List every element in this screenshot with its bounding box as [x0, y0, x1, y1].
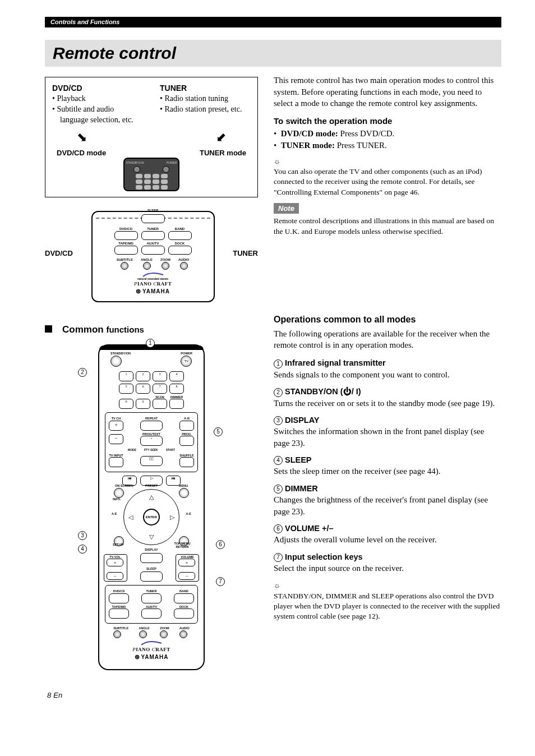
tip-icon	[274, 579, 501, 591]
arrow-icon: ⬋	[216, 129, 226, 146]
dvd-head: DVD/CD	[52, 83, 143, 94]
top-columns: DVD/CD • Playback • Subtitle and audio l…	[45, 75, 501, 302]
switch-head: To switch the operation mode	[274, 116, 501, 127]
right-column: This remote control has two main operati…	[274, 75, 501, 236]
yamaha-logo: YAMAHA	[96, 287, 210, 296]
zoom-remote: SLEEP DVD/CD TUNER BAND TAPE/MD	[91, 211, 215, 302]
op-item-6: 6VOLUME +/– Adjusts the overall volume l…	[274, 523, 501, 546]
pianocraft-logo: PIANO CRAFT	[96, 280, 210, 287]
tip-text: You can also operate the TV and other co…	[274, 167, 501, 197]
mini-remote-graphic: STANDBY/ONPOWER	[123, 158, 179, 191]
final-tip: STANDBY/ON, DIMMER and SLEEP operations …	[274, 591, 501, 622]
tuner-mode-label: TUNER mode	[200, 148, 246, 158]
note-label: Note	[274, 203, 299, 214]
callout-6: 6	[216, 540, 227, 549]
tip-icon	[274, 155, 501, 167]
full-remote: 1 2 5 3 4 6 7 STANDBY/ON POWERTV 1234 56…	[81, 344, 222, 670]
ops-head: Operations common to all modes	[274, 314, 501, 326]
page-number: 8En	[45, 687, 501, 702]
op-item-3: 3DISPLAY Switches the information shown …	[274, 414, 501, 449]
tuner-pointer: TUNER	[233, 248, 258, 259]
callout-5: 5	[214, 427, 225, 436]
op-item-2: 2STANDBY/ON (⏻/ I) Turns the receiver on…	[274, 386, 501, 409]
callout-3: 3	[78, 531, 89, 540]
zoom-remote-row: DVD/CD SLEEP DVD/CD TUNER BAND	[45, 204, 258, 302]
left-column: DVD/CD • Playback • Subtitle and audio l…	[45, 75, 258, 302]
ops-column: Operations common to all modes The follo…	[274, 308, 501, 621]
mode-diagram: DVD/CD • Playback • Subtitle and audio l…	[45, 77, 258, 197]
tuner-head: TUNER	[160, 83, 251, 94]
arrow-icon: ⬊	[77, 129, 87, 146]
dvdcd-pointer: DVD/CD	[45, 248, 73, 259]
callout-4: 4	[78, 545, 89, 554]
bullet-square-icon	[45, 325, 52, 333]
common-left: Common functions 1 2 5 3 4 6 7 STANDBY/O…	[45, 308, 258, 670]
op-item-4: 4SLEEP Sets the sleep timer on the recei…	[274, 454, 501, 477]
common-functions-heading: Common functions	[45, 324, 258, 336]
op-item-5: 5DIMMER Changes the brightness of the re…	[274, 483, 501, 517]
op-item-1: 1Infrared signal transmitter Sends signa…	[274, 357, 501, 380]
switch-dvd: • DVD/CD mode: Press DVD/CD.	[274, 128, 501, 139]
switch-tuner: • TUNER mode: Press TUNER.	[274, 140, 501, 151]
ops-intro: The following operations are available f…	[274, 328, 501, 351]
dvd-mode-label: DVD/CD mode	[57, 148, 106, 158]
callout-2: 2	[78, 368, 89, 377]
arrows: ⬊ ⬋	[52, 126, 251, 148]
op-item-7: 7Input selection keys Select the input s…	[274, 551, 501, 574]
note-text: Remote control descriptions and illustra…	[274, 216, 501, 236]
callout-1: 1	[146, 339, 157, 348]
page-title: Remote control	[45, 40, 501, 67]
intro-para: This remote control has two main operati…	[274, 75, 501, 109]
section-header: Controls and Functions	[45, 17, 501, 27]
callout-7: 7	[216, 577, 227, 586]
